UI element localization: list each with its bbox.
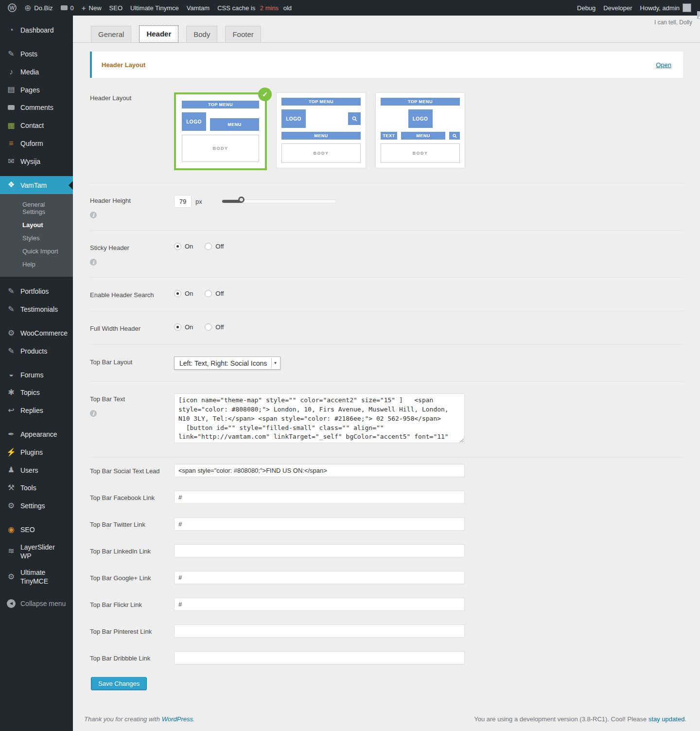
layout-option-2[interactable]: TOP MENU LOGO MENU BODY	[276, 92, 366, 168]
quote-text: I can tell, Dolly	[73, 16, 700, 25]
sidebar-item-forums[interactable]: ◒ Forums	[0, 366, 73, 384]
panel-title: Header Layout	[102, 61, 145, 69]
sidebar-item-pages[interactable]: ▤ Pages	[0, 81, 73, 99]
stay-updated-link[interactable]: stay updated	[648, 715, 684, 723]
top-bar-twitter-link-row: Top Bar Twitter Link	[90, 511, 683, 537]
info-icon[interactable]	[90, 410, 97, 417]
sidebar-item-wysija[interactable]: ✉ Wysija	[0, 153, 73, 171]
header-layout-panel: Header Layout Open	[90, 52, 683, 78]
full-width-header-on-radio[interactable]	[174, 323, 181, 331]
new-label: New	[89, 4, 102, 12]
top-bar-googleplus-link-input[interactable]	[174, 571, 465, 584]
ultimate-tinymce-menu[interactable]: Ultimate Tinymce	[126, 0, 183, 16]
top-bar-dribbble-link-input[interactable]	[174, 651, 465, 664]
sidebar-item-replies[interactable]: ↩ Replies	[0, 402, 73, 420]
thumb-menu-bar: MENU	[210, 118, 259, 131]
css-cache-menu[interactable]: CSS cache is 2 mins old	[213, 0, 296, 16]
submenu-quick-import[interactable]: Quick Import	[0, 245, 73, 258]
sidebar-item-plugins[interactable]: ⚡ Plugins	[0, 444, 73, 462]
sidebar-item-tools[interactable]: ⚒ Tools	[0, 479, 73, 497]
sidebar-item-products[interactable]: ✎ Products	[0, 342, 73, 360]
tab-body[interactable]: Body	[186, 26, 217, 42]
seo-menu[interactable]: SEO	[105, 0, 126, 16]
sidebar-item-topics[interactable]: ✱ Topics	[0, 384, 73, 402]
sidebar-item-layerslider[interactable]: ≋ LayerSlider WP	[0, 539, 73, 564]
user-icon: ♟	[6, 465, 17, 475]
info-icon[interactable]	[90, 212, 97, 218]
footer-thanks-text: Thank you for creating with	[84, 715, 162, 723]
vamtam-menu[interactable]: Vamtam	[183, 0, 213, 16]
enable-header-search-off-radio[interactable]	[205, 290, 212, 297]
contact-icon: ▦	[6, 121, 17, 131]
site-menu[interactable]: ⊕ Do.Biz	[20, 0, 57, 16]
sticky-header-on-radio[interactable]	[174, 243, 181, 250]
wordpress-link[interactable]: WordPress	[162, 715, 193, 723]
tab-footer[interactable]: Footer	[225, 26, 261, 42]
full-width-header-off-radio[interactable]	[205, 323, 212, 331]
top-bar-social-text-lead-input[interactable]	[174, 464, 465, 477]
sidebar-item-vamtam[interactable]: ❖ VamTam	[0, 176, 73, 194]
pin-icon: ✎	[6, 304, 17, 315]
sidebar-item-dashboard[interactable]: ◔ Dashboard	[0, 21, 73, 39]
tab-header[interactable]: Header	[139, 25, 178, 43]
save-changes-button[interactable]: Save Changes	[91, 677, 147, 690]
admin-bar-right: Debug Developer Howdy, admin	[573, 0, 700, 16]
developer-menu[interactable]: Developer	[599, 0, 636, 16]
thumb-top-menu-bar: TOP MENU	[182, 101, 259, 108]
sticky-header-off-radio[interactable]	[205, 243, 212, 250]
sidebar-item-comments[interactable]: Comments	[0, 99, 73, 117]
sidebar-item-testimonials[interactable]: ✎ Testimonials	[0, 301, 73, 319]
header-height-row: Header Height px	[90, 183, 683, 230]
submenu-styles[interactable]: Styles	[0, 232, 73, 245]
enable-header-search-on-radio[interactable]	[174, 290, 181, 297]
header-height-slider[interactable]	[222, 199, 336, 203]
gear-icon: ⚙	[6, 328, 17, 339]
off-label: Off	[215, 243, 224, 250]
off-label: Off	[215, 290, 224, 297]
sidebar-item-portfolios[interactable]: ✎ Portfolios	[0, 283, 73, 301]
submenu-layout[interactable]: Layout	[0, 218, 73, 232]
submenu-general-settings[interactable]: General Settings	[0, 198, 73, 218]
top-bar-pinterest-link-input[interactable]	[174, 624, 465, 638]
top-bar-layout-value: Left: Text, Right: Social Icons	[179, 359, 267, 367]
howdy-menu[interactable]: Howdy, admin	[636, 0, 695, 16]
comments-menu[interactable]: 0	[57, 0, 78, 16]
comment-bubble-icon	[61, 5, 68, 10]
layout-option-3[interactable]: TOP MENU LOGO TEXT MENU BODY	[375, 92, 465, 168]
wordpress-menu[interactable]: W	[4, 0, 20, 16]
top-bar-dribbble-link-label: Top Bar Dribbble Link	[90, 655, 150, 662]
sidebar-item-contact[interactable]: ▦ Contact	[0, 117, 73, 135]
collapse-menu-button[interactable]: ◀ Collapse menu	[0, 595, 73, 612]
bee-icon: ✱	[6, 388, 17, 398]
sidebar-item-woocommerce[interactable]: ⚙ WooCommerce	[0, 324, 73, 342]
sidebar-item-settings[interactable]: ⚙ Settings	[0, 497, 73, 515]
sidebar-item-seo[interactable]: ◉ SEO	[0, 521, 73, 539]
submenu-help[interactable]: Help	[0, 258, 73, 271]
sidebar-item-ultimate-tinymce[interactable]: ⚙ Ultimate TinyMCE	[0, 564, 73, 589]
sidebar-item-posts[interactable]: ✎ Posts	[0, 45, 73, 63]
header-layout-row: Header Layout ✓ TOP MENU LOGO MENU BODY …	[90, 78, 683, 183]
open-link[interactable]: Open	[656, 61, 671, 69]
sidebar-item-appearance[interactable]: ✒ Appearance	[0, 426, 73, 444]
tab-general[interactable]: General	[91, 26, 131, 42]
top-bar-text-input[interactable]: [icon name="theme-map" style="" color="a…	[174, 393, 465, 443]
top-bar-flickr-link-row: Top Bar Flickr Link	[90, 591, 683, 618]
form-icon: ≡	[6, 139, 17, 149]
sidebar-item-users[interactable]: ♟ Users	[0, 461, 73, 479]
top-bar-linkedin-link-label: Top Bar LinkedIn Link	[90, 548, 151, 555]
layout-option-1-selected[interactable]: ✓ TOP MENU LOGO MENU BODY	[174, 92, 267, 170]
media-icon: ♪	[6, 67, 17, 77]
info-icon[interactable]	[90, 259, 97, 266]
sidebar-item-media[interactable]: ♪ Media	[0, 63, 73, 81]
top-bar-facebook-link-input[interactable]	[174, 491, 465, 504]
debug-menu[interactable]: Debug	[573, 0, 599, 16]
top-bar-layout-select[interactable]: Left: Text, Right: Social Icons ▼	[174, 357, 280, 370]
top-bar-flickr-link-input[interactable]	[174, 598, 465, 611]
new-menu[interactable]: + New	[78, 0, 105, 16]
header-height-input[interactable]	[174, 195, 192, 208]
top-bar-linkedin-link-input[interactable]	[174, 544, 465, 557]
slider-knob[interactable]	[238, 196, 245, 203]
top-bar-twitter-link-input[interactable]	[174, 517, 465, 531]
top-bar-pinterest-link-label: Top Bar Pinterest Link	[90, 628, 152, 635]
sidebar-item-quform[interactable]: ≡ Quform	[0, 135, 73, 153]
